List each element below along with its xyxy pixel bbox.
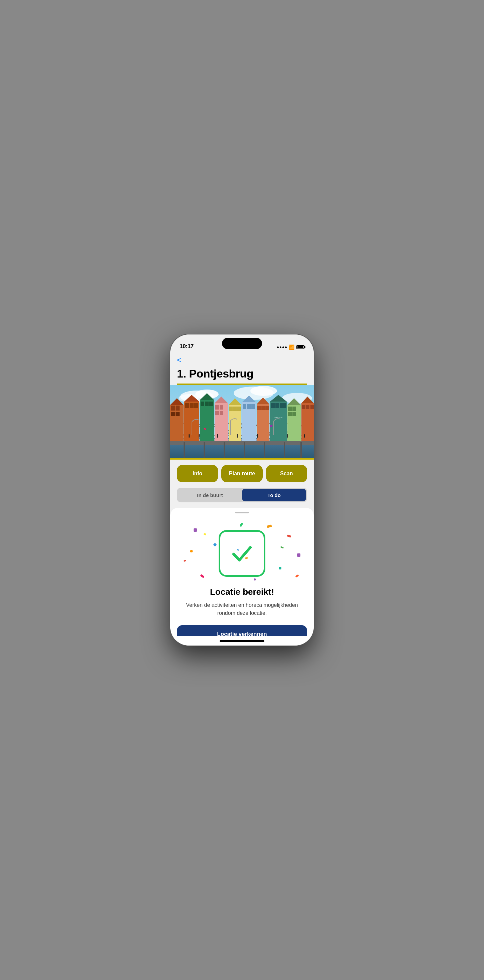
svg-rect-51: [257, 406, 261, 410]
confetti-15: [280, 546, 284, 549]
info-button[interactable]: Info: [177, 465, 218, 482]
svg-rect-30: [201, 401, 204, 406]
svg-rect-38: [220, 411, 223, 415]
svg-rect-41: [229, 407, 232, 411]
svg-rect-59: [284, 403, 287, 408]
success-area: [177, 520, 307, 587]
svg-rect-26: [189, 403, 194, 408]
svg-rect-43: [237, 407, 240, 411]
svg-rect-65: [288, 412, 292, 416]
svg-rect-13: [264, 442, 265, 458]
confetti-10: [200, 574, 204, 578]
phone-frame: 10:17 📶 < 1. Pontje: [170, 334, 314, 646]
svg-rect-14: [284, 442, 285, 458]
home-bar: [220, 640, 264, 642]
svg-rect-64: [292, 407, 296, 411]
svg-rect-25: [185, 403, 189, 408]
svg-rect-63: [288, 407, 292, 411]
svg-rect-76: [189, 434, 189, 438]
svg-rect-52: [261, 406, 265, 410]
status-time: 10:17: [180, 343, 194, 350]
confetti-13: [203, 533, 206, 535]
svg-rect-27: [194, 403, 198, 408]
confetti-1: [194, 528, 197, 532]
svg-rect-57: [275, 403, 279, 408]
svg-rect-78: [217, 434, 218, 438]
confetti-12: [295, 574, 299, 578]
svg-rect-47: [247, 404, 251, 409]
svg-rect-35: [215, 405, 219, 410]
sheet-handle: [235, 512, 249, 513]
confetti-6: [297, 554, 301, 557]
home-indicator: [170, 636, 314, 646]
svg-rect-9: [183, 442, 185, 458]
svg-rect-32: [209, 401, 213, 406]
svg-rect-53: [265, 406, 269, 410]
svg-rect-46: [243, 404, 246, 409]
svg-rect-20: [175, 406, 180, 410]
confetti-7: [183, 560, 186, 562]
plan-route-button[interactable]: Plan route: [221, 465, 263, 482]
dynamic-island: [222, 338, 262, 349]
svg-rect-79: [237, 434, 238, 438]
back-button[interactable]: <: [170, 353, 314, 366]
svg-rect-22: [175, 412, 180, 416]
phone-screen: 10:17 📶 < 1. Pontje: [170, 334, 314, 646]
bottom-sheet: Locatie bereikt! Verken de activiteiten …: [170, 508, 314, 636]
svg-rect-77: [199, 434, 200, 438]
svg-rect-42: [233, 407, 237, 411]
hero-image: PANERAI: [170, 385, 314, 458]
svg-rect-12: [244, 442, 245, 458]
confetti-3: [213, 543, 217, 546]
battery-icon: [296, 345, 304, 349]
svg-rect-10: [204, 442, 205, 458]
svg-rect-36: [220, 405, 223, 410]
svg-rect-37: [215, 411, 219, 415]
checkmark-box: [219, 530, 265, 577]
svg-rect-84: [271, 425, 273, 427]
svg-rect-85: [237, 549, 239, 550]
svg-rect-86: [245, 557, 248, 559]
confetti-16: [190, 550, 193, 552]
confetti-2: [287, 535, 291, 538]
tab-in-de-buurt[interactable]: In de buurt: [178, 488, 242, 501]
confetti-11: [254, 579, 256, 581]
svg-rect-71: [310, 405, 314, 409]
scan-button[interactable]: Scan: [266, 465, 307, 482]
success-desc: Verken de activiteiten en horeca mogelij…: [177, 601, 307, 617]
svg-rect-70: [306, 405, 309, 409]
svg-rect-15: [301, 442, 302, 458]
svg-rect-82: [304, 434, 305, 438]
status-icons: 📶: [277, 344, 304, 350]
status-bar: 10:17 📶: [170, 334, 314, 353]
scroll-content: < 1. Pontjesbrug: [170, 353, 314, 636]
confetti-5: [239, 522, 243, 527]
svg-rect-66: [292, 412, 296, 416]
svg-rect-81: [287, 434, 288, 438]
back-chevron-icon: <: [177, 356, 181, 364]
wifi-icon: 📶: [289, 344, 295, 350]
checkmark-icon: [229, 540, 255, 567]
svg-text:PANERAI: PANERAI: [274, 417, 282, 418]
confetti-4: [267, 524, 272, 528]
svg-rect-11: [224, 442, 225, 458]
svg-rect-56: [271, 403, 275, 408]
signal-icon: [277, 347, 287, 348]
svg-rect-21: [171, 412, 175, 416]
svg-point-5: [250, 386, 277, 396]
explore-button[interactable]: Locatie verkennen: [177, 625, 307, 636]
page-title: 1. Pontjesbrug: [170, 366, 314, 383]
svg-rect-19: [171, 406, 175, 410]
svg-rect-8: [170, 441, 314, 445]
success-title: Locatie bereikt!: [177, 587, 307, 597]
svg-rect-80: [257, 434, 258, 438]
tab-row: In de buurt To do: [177, 488, 307, 502]
svg-rect-69: [302, 405, 306, 409]
action-buttons-row: Info Plan route Scan: [170, 460, 314, 488]
tab-to-do[interactable]: To do: [242, 488, 306, 501]
svg-rect-58: [280, 403, 284, 408]
svg-rect-48: [252, 404, 255, 409]
svg-rect-31: [205, 401, 209, 406]
confetti-9: [279, 567, 282, 570]
